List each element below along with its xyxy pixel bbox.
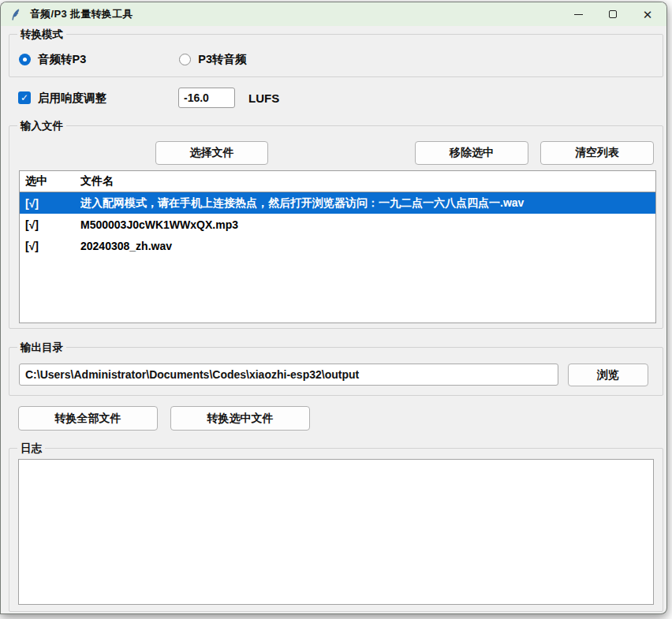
- loudness-value-input[interactable]: [178, 88, 235, 108]
- file-checked-mark: [√]: [20, 197, 80, 210]
- minimize-icon: [574, 14, 583, 15]
- close-button[interactable]: ✕: [630, 2, 665, 26]
- input-files-group-label: 输入文件: [17, 119, 66, 132]
- log-group: 日志: [9, 448, 663, 612]
- radio-audio-to-p3[interactable]: 音频转P3: [19, 52, 86, 67]
- radio-audio-to-p3-label: 音频转P3: [38, 52, 86, 67]
- loudness-checkbox[interactable]: ✓: [18, 91, 31, 104]
- header-filename: 文件名: [80, 174, 655, 188]
- app-window: 音频/P3 批量转换工具 ✕ 转换模式 音频转P3 P3转音频 ✓ 启用响度调整…: [0, 2, 667, 614]
- radio-p3-to-audio-label: P3转音频: [198, 52, 246, 67]
- mode-group: 转换模式 音频转P3 P3转音频: [9, 34, 663, 77]
- file-name: M500003J0cWK1WWxQX.mp3: [80, 218, 655, 231]
- select-files-button[interactable]: 选择文件: [155, 141, 268, 165]
- clear-list-button[interactable]: 清空列表: [540, 141, 654, 165]
- mode-group-label: 转换模式: [17, 28, 66, 41]
- output-dir-group: 输出目录 浏览: [9, 347, 663, 396]
- header-checked: 选中: [20, 174, 80, 188]
- file-checked-mark: [√]: [20, 240, 80, 252]
- file-checked-mark: [√]: [20, 218, 80, 231]
- convert-all-button[interactable]: 转换全部文件: [18, 406, 158, 431]
- radio-p3-to-audio[interactable]: P3转音频: [179, 52, 246, 67]
- minimize-button[interactable]: [561, 2, 595, 26]
- file-row[interactable]: [√] M500003J0cWK1WWxQX.mp3: [20, 214, 655, 235]
- lufs-unit-label: LUFS: [248, 91, 279, 105]
- radio-selected-icon: [19, 54, 31, 65]
- convert-selected-button[interactable]: 转换选中文件: [170, 406, 310, 431]
- file-name: 进入配网模式，请在手机上连接热点，然后打开浏览器访问：一九二点一六八点四点一.w…: [80, 196, 655, 211]
- window-title: 音频/P3 批量转换工具: [30, 7, 133, 21]
- loudness-row: ✓ 启用响度调整 LUFS: [18, 88, 279, 108]
- maximize-icon: [609, 10, 617, 18]
- radio-unselected-icon: [179, 54, 191, 65]
- loudness-checkbox-label: 启用响度调整: [38, 91, 106, 106]
- log-textarea[interactable]: [18, 459, 654, 605]
- output-path-input[interactable]: [19, 364, 558, 386]
- python-feather-icon: [9, 8, 23, 21]
- file-list-header: 选中 文件名: [20, 171, 655, 192]
- maximize-button[interactable]: [595, 2, 630, 26]
- input-files-group: 输入文件 选择文件 移除选中 清空列表 选中 文件名 [√] 进入配网模式，请在…: [9, 125, 663, 329]
- file-row[interactable]: [√] 20240308_zh.wav: [20, 235, 655, 256]
- file-list[interactable]: 选中 文件名 [√] 进入配网模式，请在手机上连接热点，然后打开浏览器访问：一九…: [19, 170, 656, 323]
- remove-selected-button[interactable]: 移除选中: [415, 141, 528, 165]
- file-row[interactable]: [√] 进入配网模式，请在手机上连接热点，然后打开浏览器访问：一九二点一六八点四…: [20, 192, 655, 214]
- output-dir-group-label: 输出目录: [17, 341, 66, 354]
- file-name: 20240308_zh.wav: [80, 240, 655, 252]
- close-icon: ✕: [643, 9, 653, 21]
- titlebar[interactable]: 音频/P3 批量转换工具 ✕: [1, 2, 666, 26]
- log-group-label: 日志: [17, 442, 45, 455]
- browse-button[interactable]: 浏览: [568, 364, 648, 386]
